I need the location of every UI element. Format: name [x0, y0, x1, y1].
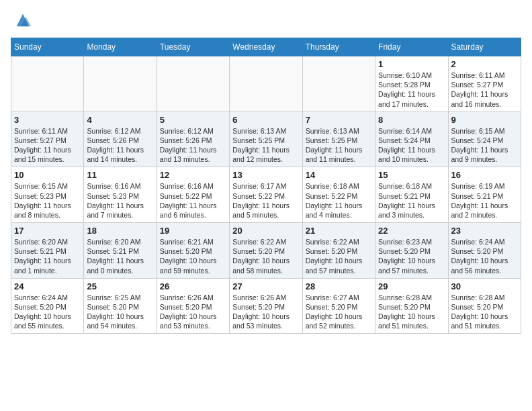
weekday-header-sunday: Sunday	[11, 38, 84, 56]
day-number: 2	[451, 59, 518, 69]
day-info: Sunrise: 6:18 AM Sunset: 5:22 PM Dayligh…	[306, 181, 372, 220]
day-number: 4	[87, 115, 153, 125]
day-number: 13	[232, 170, 299, 180]
day-number: 24	[14, 281, 81, 291]
day-info: Sunrise: 6:10 AM Sunset: 5:28 PM Dayligh…	[378, 71, 445, 109]
weekday-header-friday: Friday	[375, 38, 448, 56]
calendar-day-cell: 25Sunrise: 6:25 AM Sunset: 5:20 PM Dayli…	[84, 278, 157, 334]
logo-icon	[13, 11, 32, 30]
day-info: Sunrise: 6:28 AM Sunset: 5:20 PM Dayligh…	[451, 293, 518, 331]
day-info: Sunrise: 6:13 AM Sunset: 5:25 PM Dayligh…	[232, 126, 299, 165]
calendar-day-cell: 2Sunrise: 6:11 AM Sunset: 5:27 PM Daylig…	[448, 56, 521, 112]
day-number: 8	[378, 115, 445, 125]
day-info: Sunrise: 6:15 AM Sunset: 5:24 PM Dayligh…	[451, 126, 518, 165]
calendar-week-row: 17Sunrise: 6:20 AM Sunset: 5:21 PM Dayli…	[11, 223, 521, 279]
calendar-day-cell: 26Sunrise: 6:26 AM Sunset: 5:20 PM Dayli…	[157, 278, 229, 334]
day-info: Sunrise: 6:14 AM Sunset: 5:24 PM Dayligh…	[378, 126, 445, 165]
calendar-day-cell	[84, 56, 157, 112]
day-number: 7	[306, 115, 372, 125]
day-info: Sunrise: 6:28 AM Sunset: 5:20 PM Dayligh…	[378, 293, 445, 331]
weekday-header-thursday: Thursday	[302, 38, 375, 56]
day-info: Sunrise: 6:20 AM Sunset: 5:21 PM Dayligh…	[87, 237, 153, 275]
day-number: 21	[306, 226, 372, 236]
weekday-header-saturday: Saturday	[448, 38, 521, 56]
day-info: Sunrise: 6:16 AM Sunset: 5:22 PM Dayligh…	[160, 181, 226, 220]
day-info: Sunrise: 6:13 AM Sunset: 5:25 PM Dayligh…	[306, 126, 372, 165]
calendar-day-cell: 12Sunrise: 6:16 AM Sunset: 5:22 PM Dayli…	[157, 167, 229, 223]
day-info: Sunrise: 6:26 AM Sunset: 5:20 PM Dayligh…	[232, 293, 299, 331]
calendar-day-cell: 6Sunrise: 6:13 AM Sunset: 5:25 PM Daylig…	[230, 111, 302, 167]
calendar-day-cell: 7Sunrise: 6:13 AM Sunset: 5:25 PM Daylig…	[302, 111, 375, 167]
calendar-week-row: 10Sunrise: 6:15 AM Sunset: 5:23 PM Dayli…	[11, 167, 521, 223]
day-info: Sunrise: 6:15 AM Sunset: 5:23 PM Dayligh…	[14, 181, 81, 220]
calendar-day-cell: 22Sunrise: 6:23 AM Sunset: 5:20 PM Dayli…	[375, 223, 448, 279]
calendar-day-cell: 28Sunrise: 6:27 AM Sunset: 5:20 PM Dayli…	[302, 278, 375, 334]
day-number: 25	[87, 281, 153, 291]
day-number: 17	[14, 226, 81, 236]
calendar-table: SundayMondayTuesdayWednesdayThursdayFrid…	[11, 38, 521, 334]
calendar-day-cell: 18Sunrise: 6:20 AM Sunset: 5:21 PM Dayli…	[84, 223, 157, 279]
day-info: Sunrise: 6:12 AM Sunset: 5:26 PM Dayligh…	[87, 126, 153, 165]
day-number: 16	[451, 170, 518, 180]
day-info: Sunrise: 6:19 AM Sunset: 5:21 PM Dayligh…	[451, 181, 518, 220]
calendar-day-cell: 9Sunrise: 6:15 AM Sunset: 5:24 PM Daylig…	[448, 111, 521, 167]
calendar-day-cell: 23Sunrise: 6:24 AM Sunset: 5:20 PM Dayli…	[448, 223, 521, 279]
day-info: Sunrise: 6:21 AM Sunset: 5:20 PM Dayligh…	[160, 237, 226, 275]
day-info: Sunrise: 6:27 AM Sunset: 5:20 PM Dayligh…	[306, 293, 372, 331]
day-info: Sunrise: 6:11 AM Sunset: 5:27 PM Dayligh…	[14, 126, 81, 165]
day-number: 26	[160, 281, 226, 291]
calendar-day-cell: 16Sunrise: 6:19 AM Sunset: 5:21 PM Dayli…	[448, 167, 521, 223]
calendar-day-cell: 24Sunrise: 6:24 AM Sunset: 5:20 PM Dayli…	[11, 278, 84, 334]
calendar-day-cell: 17Sunrise: 6:20 AM Sunset: 5:21 PM Dayli…	[11, 223, 84, 279]
day-number: 10	[14, 170, 81, 180]
day-info: Sunrise: 6:11 AM Sunset: 5:27 PM Dayligh…	[451, 71, 518, 109]
weekday-header-tuesday: Tuesday	[157, 38, 229, 56]
calendar-week-row: 1Sunrise: 6:10 AM Sunset: 5:28 PM Daylig…	[11, 56, 521, 112]
day-number: 27	[232, 281, 299, 291]
weekday-header-wednesday: Wednesday	[230, 38, 302, 56]
day-number: 22	[378, 226, 445, 236]
calendar-day-cell: 27Sunrise: 6:26 AM Sunset: 5:20 PM Dayli…	[230, 278, 302, 334]
day-number: 30	[451, 281, 518, 291]
day-number: 20	[232, 226, 299, 236]
calendar-day-cell: 10Sunrise: 6:15 AM Sunset: 5:23 PM Dayli…	[11, 167, 84, 223]
day-number: 29	[378, 281, 445, 291]
day-info: Sunrise: 6:26 AM Sunset: 5:20 PM Dayligh…	[160, 293, 226, 331]
calendar-day-cell: 20Sunrise: 6:22 AM Sunset: 5:20 PM Dayli…	[230, 223, 302, 279]
day-info: Sunrise: 6:22 AM Sunset: 5:20 PM Dayligh…	[232, 237, 299, 275]
day-number: 1	[378, 59, 445, 69]
calendar-day-cell	[157, 56, 229, 112]
day-info: Sunrise: 6:20 AM Sunset: 5:21 PM Dayligh…	[14, 237, 81, 275]
day-info: Sunrise: 6:17 AM Sunset: 5:22 PM Dayligh…	[232, 181, 299, 220]
calendar-week-row: 3Sunrise: 6:11 AM Sunset: 5:27 PM Daylig…	[11, 111, 521, 167]
calendar-week-row: 24Sunrise: 6:24 AM Sunset: 5:20 PM Dayli…	[11, 278, 521, 334]
calendar-day-cell: 15Sunrise: 6:18 AM Sunset: 5:21 PM Dayli…	[375, 167, 448, 223]
day-info: Sunrise: 6:22 AM Sunset: 5:20 PM Dayligh…	[306, 237, 372, 275]
day-info: Sunrise: 6:24 AM Sunset: 5:20 PM Dayligh…	[451, 237, 518, 275]
calendar-day-cell: 3Sunrise: 6:11 AM Sunset: 5:27 PM Daylig…	[11, 111, 84, 167]
calendar-day-cell: 30Sunrise: 6:28 AM Sunset: 5:20 PM Dayli…	[448, 278, 521, 334]
day-number: 14	[306, 170, 372, 180]
day-number: 6	[232, 115, 299, 125]
calendar-day-cell: 4Sunrise: 6:12 AM Sunset: 5:26 PM Daylig…	[84, 111, 157, 167]
calendar-day-cell: 29Sunrise: 6:28 AM Sunset: 5:20 PM Dayli…	[375, 278, 448, 334]
calendar-day-cell: 14Sunrise: 6:18 AM Sunset: 5:22 PM Dayli…	[302, 167, 375, 223]
calendar-header-row: SundayMondayTuesdayWednesdayThursdayFrid…	[11, 38, 521, 56]
calendar-day-cell: 21Sunrise: 6:22 AM Sunset: 5:20 PM Dayli…	[302, 223, 375, 279]
calendar-day-cell: 19Sunrise: 6:21 AM Sunset: 5:20 PM Dayli…	[157, 223, 229, 279]
logo	[11, 11, 32, 30]
day-info: Sunrise: 6:16 AM Sunset: 5:23 PM Dayligh…	[87, 181, 153, 220]
day-info: Sunrise: 6:23 AM Sunset: 5:20 PM Dayligh…	[378, 237, 445, 275]
day-number: 28	[306, 281, 372, 291]
day-number: 12	[160, 170, 226, 180]
day-info: Sunrise: 6:24 AM Sunset: 5:20 PM Dayligh…	[14, 293, 81, 331]
day-number: 3	[14, 115, 81, 125]
calendar-day-cell: 8Sunrise: 6:14 AM Sunset: 5:24 PM Daylig…	[375, 111, 448, 167]
calendar-day-cell	[11, 56, 84, 112]
day-number: 23	[451, 226, 518, 236]
calendar-day-cell: 1Sunrise: 6:10 AM Sunset: 5:28 PM Daylig…	[375, 56, 448, 112]
calendar-day-cell: 5Sunrise: 6:12 AM Sunset: 5:26 PM Daylig…	[157, 111, 229, 167]
day-number: 5	[160, 115, 226, 125]
weekday-header-monday: Monday	[84, 38, 157, 56]
day-number: 11	[87, 170, 153, 180]
